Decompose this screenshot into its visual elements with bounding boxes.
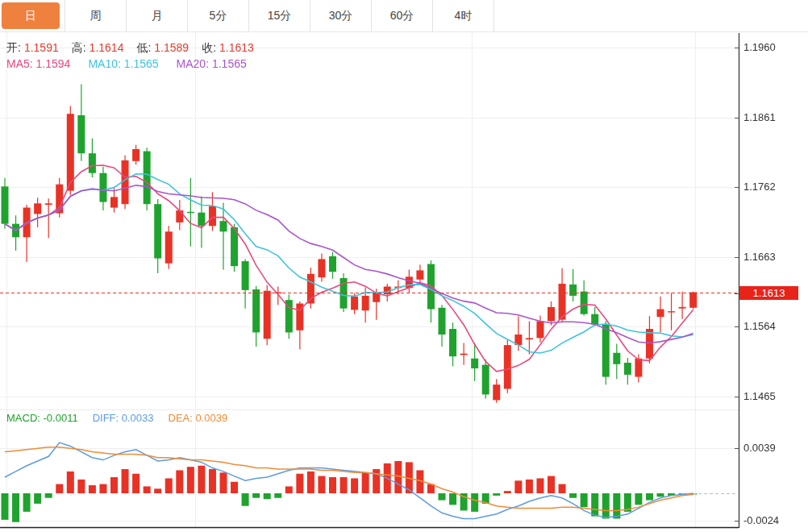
high-label: 高: <box>72 41 86 56</box>
open-value: 1.1591 <box>24 41 59 56</box>
y-axis-tick-label: 1.1960 <box>743 41 776 53</box>
ma10-legend-value: MA10: 1.1565 <box>88 57 158 70</box>
low-label: 低: <box>136 41 151 56</box>
dea-legend-value: DEA: 0.0039 <box>169 412 228 424</box>
candlestick-macd-chart-canvas[interactable] <box>0 0 808 532</box>
ma5-legend-value: MA5: 1.1594 <box>6 57 70 70</box>
open-label: 开: <box>6 41 21 56</box>
tab-15min[interactable]: 15分 <box>249 0 310 31</box>
timeframe-tabbar: 日 周 月 5分 15分 30分 60分 4时 <box>0 0 808 32</box>
y-axis-tick-label: 1.1762 <box>743 181 776 193</box>
high-value: 1.1614 <box>90 41 124 56</box>
close-label: 收: <box>202 41 216 56</box>
tab-30min[interactable]: 30分 <box>310 0 372 31</box>
ohlc-legend: 开: 1.1591 高: 1.1614 低: 1.1589 收: 1.1613 <box>6 41 264 56</box>
y-axis-tick-label: 1.1564 <box>743 320 776 332</box>
macd-axis-tick-label: -0.0024 <box>743 514 779 526</box>
low-value: 1.1589 <box>154 41 189 56</box>
price-chart-app: 日 周 月 5分 15分 30分 60分 4时 开: 1.1591 高: 1.1… <box>0 0 808 532</box>
current-price-badge: 1.1613 <box>739 286 798 300</box>
ma-legend: MA5: 1.1594 MA10: 1.1565 MA20: 1.1565 <box>6 57 247 70</box>
y-axis-tick-label: 1.1861 <box>743 111 776 123</box>
macd-legend: MACD: -0.0011 DIFF: 0.0033 DEA: 0.0039 <box>6 412 227 424</box>
tab-week[interactable]: 周 <box>65 0 127 31</box>
tab-5min[interactable]: 5分 <box>188 0 249 31</box>
y-axis-tick-label: 1.1465 <box>743 390 776 402</box>
ma20-legend-value: MA20: 1.1565 <box>177 57 247 70</box>
y-axis-tick-label: 1.1663 <box>743 251 776 263</box>
macd-legend-value: MACD: -0.0011 <box>6 412 78 424</box>
diff-legend-value: DIFF: 0.0033 <box>93 412 154 424</box>
macd-axis-tick-label: 0.0039 <box>743 442 776 454</box>
tab-4hour[interactable]: 4时 <box>433 0 494 31</box>
tab-day[interactable]: 日 <box>2 2 60 29</box>
tab-month[interactable]: 月 <box>127 0 188 31</box>
close-value: 1.1613 <box>219 41 254 56</box>
tab-60min[interactable]: 60分 <box>372 0 433 31</box>
